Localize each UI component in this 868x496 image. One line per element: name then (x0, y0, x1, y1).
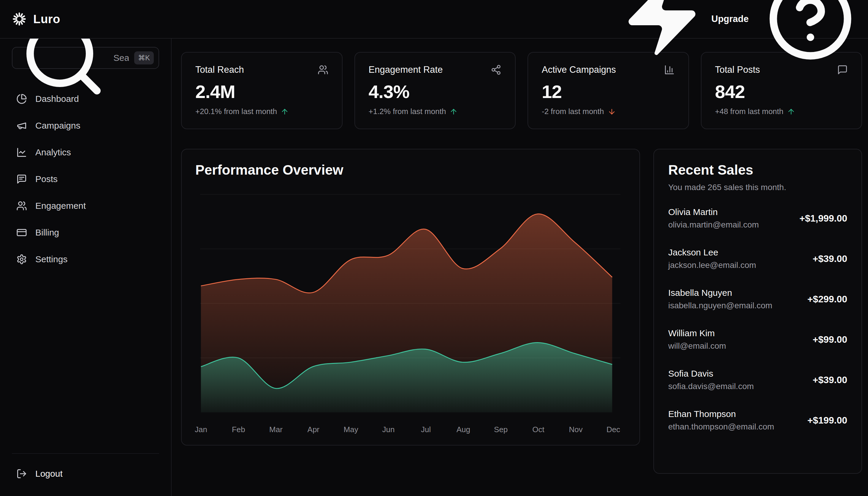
content-row: Performance Overview JanFebMarAprMayJunJ… (181, 149, 862, 474)
arrow-down-icon (608, 108, 616, 116)
search-input[interactable] (113, 53, 129, 63)
x-tick-jul: Jul (421, 425, 431, 434)
stat-change: -2 from last month (542, 107, 675, 116)
stat-card-total-reach: Total Reach 2.4M +20.1% from last month (181, 52, 342, 129)
zap-icon (617, 0, 707, 65)
sidebar-item-settings[interactable]: Settings (12, 246, 159, 273)
bar-chart-icon (664, 64, 675, 75)
logo-icon (12, 12, 27, 27)
sale-amount: +$299.00 (807, 294, 847, 305)
search-box[interactable]: ⌘K (12, 47, 159, 69)
pie-chart-icon (16, 94, 27, 104)
sidebar-item-label: Campaigns (35, 121, 80, 131)
sidebar-footer: Logout (12, 453, 159, 487)
help-circle-icon (766, 0, 855, 63)
arrow-up-icon (280, 108, 289, 116)
sale-amount: +$1,999.00 (800, 213, 847, 224)
share-2-icon (491, 64, 501, 75)
luro-logo-icon (12, 12, 27, 27)
sidebar-item-campaigns[interactable]: Campaigns (12, 112, 159, 139)
x-tick-jun: Jun (382, 425, 395, 434)
x-tick-oct: Oct (532, 425, 544, 434)
megaphone-icon (16, 120, 27, 131)
x-tick-apr: Apr (307, 425, 319, 434)
stat-label: Total Posts (715, 64, 760, 75)
pie-chart-icon (16, 94, 27, 104)
message-square-icon (837, 64, 848, 75)
sidebar-nav: Dashboard Campaigns Analytics Posts Enga… (12, 86, 159, 273)
sidebar-item-analytics[interactable]: Analytics (12, 139, 159, 166)
x-tick-jan: Jan (195, 425, 207, 434)
sale-row: Olivia Martin olivia.martin@email.com +$… (668, 207, 847, 230)
users-icon (318, 64, 328, 75)
sidebar-item-posts[interactable]: Posts (12, 166, 159, 192)
sale-customer-email: olivia.martin@email.com (668, 220, 759, 230)
sidebar-item-label: Analytics (35, 147, 71, 157)
sale-amount: +$99.00 (813, 334, 847, 345)
stat-value: 12 (542, 81, 675, 102)
share-2-icon (491, 64, 501, 75)
sale-amount: +$39.00 (813, 253, 847, 264)
header-actions: Upgrade (617, 0, 855, 65)
brand-name: Luro (33, 13, 60, 26)
x-tick-may: May (344, 425, 358, 434)
users-icon (16, 201, 27, 211)
logout-button[interactable]: Logout (12, 460, 63, 487)
stat-change-text: +48 from last month (715, 107, 784, 116)
stat-label: Active Campaigns (542, 64, 616, 75)
line-chart-icon (16, 147, 27, 158)
users-icon (16, 201, 27, 211)
sale-customer-name: Jackson Lee (668, 247, 756, 258)
arrow-up-icon (449, 108, 458, 116)
users-icon (318, 64, 328, 75)
sale-row: Sofia Davis sofia.davis@email.com +$39.0… (668, 369, 847, 391)
bar-chart-icon (664, 64, 675, 75)
sale-customer-name: Olivia Martin (668, 207, 759, 217)
sale-row: Ethan Thompson ethan.thompson@email.com … (668, 409, 847, 432)
logout-label: Logout (35, 469, 63, 479)
credit-card-icon (16, 227, 27, 238)
upgrade-button[interactable]: Upgrade (617, 0, 749, 65)
sale-customer-name: Ethan Thompson (668, 409, 774, 419)
arrow-up-icon (280, 108, 289, 116)
arrow-up-icon (449, 108, 458, 116)
performance-overview-card: Performance Overview JanFebMarAprMayJunJ… (181, 149, 640, 446)
stat-value: 842 (715, 81, 848, 102)
x-tick-aug: Aug (456, 425, 470, 434)
sale-amount: +$199.00 (807, 415, 847, 426)
sidebar-item-dashboard[interactable]: Dashboard (12, 86, 159, 112)
arrow-down-icon (608, 108, 616, 116)
sale-customer-email: will@email.com (668, 341, 726, 351)
help-circle-icon (766, 60, 855, 64)
x-tick-mar: Mar (269, 425, 283, 434)
x-tick-feb: Feb (232, 425, 245, 434)
upgrade-label: Upgrade (711, 14, 749, 24)
stat-change-text: -2 from last month (542, 107, 604, 116)
recent-sales-list: Olivia Martin olivia.martin@email.com +$… (668, 207, 847, 432)
stat-change: +20.1% from last month (195, 107, 328, 116)
message-square-icon (837, 64, 848, 75)
sidebar-item-billing[interactable]: Billing (12, 219, 159, 246)
stat-change: +1.2% from last month (369, 107, 502, 116)
search-shortcut-badge: ⌘K (134, 51, 154, 64)
sidebar-item-label: Billing (35, 228, 59, 237)
x-tick-nov: Nov (569, 425, 583, 434)
sale-amount: +$39.00 (813, 374, 847, 386)
line-chart-icon (16, 147, 27, 158)
message-square-text-icon (16, 174, 27, 184)
recent-sales-subtitle: You made 265 sales this month. (668, 183, 847, 192)
stat-change: +48 from last month (715, 107, 848, 116)
credit-card-icon (16, 227, 27, 238)
sidebar-item-label: Dashboard (35, 94, 79, 104)
luro-dashboard: { "colors": { "background": "#09090b", "… (0, 0, 868, 496)
performance-area-chart (182, 150, 639, 445)
stat-change-text: +1.2% from last month (369, 107, 446, 116)
help-button[interactable] (766, 0, 855, 64)
sidebar-item-label: Engagement (35, 201, 86, 211)
brand: Luro (12, 12, 60, 27)
sidebar-item-engagement[interactable]: Engagement (12, 192, 159, 219)
stat-card-engagement-rate: Engagement Rate 4.3% +1.2% from last mon… (354, 52, 516, 129)
sale-customer-name: William Kim (668, 328, 726, 338)
zap-icon (617, 0, 707, 62)
recent-sales-card: Recent Sales You made 265 sales this mon… (653, 149, 862, 474)
